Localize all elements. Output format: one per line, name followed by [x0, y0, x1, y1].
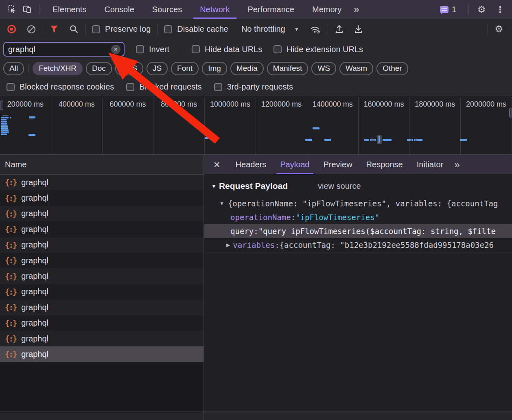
- filter-chip-wasm[interactable]: Wasm: [339, 62, 373, 75]
- waterfall-bar[interactable]: [1, 121, 7, 122]
- waterfall-bar[interactable]: [305, 139, 312, 141]
- waterfall-bar[interactable]: [1, 123, 7, 125]
- hide-extension-urls-checkbox[interactable]: [274, 45, 282, 53]
- invert-checkbox-group[interactable]: Invert: [136, 45, 169, 54]
- preserve-log-checkbox-group[interactable]: Preserve log: [92, 24, 151, 34]
- waterfall-bar[interactable]: [407, 139, 411, 141]
- waterfall-bar[interactable]: [416, 139, 422, 141]
- waterfall-bar[interactable]: [313, 127, 319, 129]
- panel-split-divider[interactable]: [203, 155, 204, 420]
- payload-root-row[interactable]: ▼ {operationName: "ipFlowTimeseries", va…: [204, 197, 512, 210]
- detail-tab-initiator[interactable]: Initiator: [410, 155, 451, 174]
- waterfall-bar[interactable]: [364, 139, 369, 141]
- filter-icon[interactable]: [50, 25, 59, 33]
- waterfall-bar[interactable]: [1, 125, 8, 127]
- request-row[interactable]: {:}graphql: [0, 268, 203, 284]
- clear-filter-icon[interactable]: ✕: [111, 45, 120, 54]
- request-row[interactable]: {:}graphql: [0, 315, 203, 331]
- request-row[interactable]: {:}graphql: [0, 206, 203, 221]
- tab-console[interactable]: Console: [95, 0, 143, 19]
- waterfall-bar[interactable]: [460, 139, 467, 141]
- filter-input[interactable]: [8, 45, 111, 54]
- tab-performance[interactable]: Performance: [239, 0, 304, 19]
- clear-network-log-button[interactable]: [26, 24, 36, 34]
- request-row[interactable]: {:}graphql: [0, 221, 203, 237]
- payload-query-row-selected[interactable]: query: "query ipFlowTimeseries($accountT…: [204, 224, 512, 238]
- more-tabs-icon[interactable]: »: [350, 0, 362, 19]
- throttling-dropdown[interactable]: No throttling ▼: [241, 24, 299, 34]
- blocked-response-cookies-checkbox-group[interactable]: Blocked response cookies: [7, 82, 114, 92]
- network-conditions-icon[interactable]: [310, 24, 321, 34]
- filter-chip-manifest[interactable]: Manifest: [267, 62, 309, 75]
- issues-button[interactable]: 1: [440, 5, 456, 14]
- waterfall-bar[interactable]: [2, 115, 9, 116]
- kebab-menu-icon[interactable]: ⋮: [493, 4, 507, 15]
- disable-cache-checkbox[interactable]: [164, 25, 172, 33]
- name-column-header[interactable]: Name: [0, 155, 203, 175]
- expand-triangle-icon[interactable]: ▼: [219, 201, 224, 206]
- request-row[interactable]: {:}graphql: [0, 300, 203, 315]
- request-row[interactable]: {:}graphql: [0, 237, 203, 253]
- request-row[interactable]: {:}graphql: [0, 190, 203, 206]
- waterfall-bar[interactable]: [1, 127, 8, 129]
- disable-cache-checkbox-group[interactable]: Disable cache: [164, 24, 228, 34]
- 3rd-party-requests-checkbox[interactable]: [214, 83, 222, 91]
- request-row[interactable]: {:}graphql: [0, 346, 203, 362]
- request-row[interactable]: {:}graphql: [0, 253, 203, 268]
- waterfall-bar[interactable]: [411, 139, 413, 141]
- waterfall-bar[interactable]: [324, 139, 331, 141]
- waterfall-bar[interactable]: [414, 139, 416, 141]
- detail-tab-headers[interactable]: Headers: [229, 155, 274, 174]
- device-toolbar-icon[interactable]: [20, 2, 34, 16]
- record-network-log-button[interactable]: [7, 25, 16, 33]
- timeline-scroll-grip[interactable]: [509, 108, 512, 118]
- payload-variables-row[interactable]: ▶ variables: {accountTag: "b12e3b2192ee5…: [204, 238, 512, 252]
- waterfall-bar[interactable]: [205, 137, 214, 139]
- more-detail-tabs-icon[interactable]: »: [450, 155, 464, 174]
- inspect-element-icon[interactable]: [5, 2, 19, 16]
- filter-chip-ws[interactable]: WS: [311, 62, 336, 75]
- blocked-response-cookies-checkbox[interactable]: [7, 83, 15, 91]
- filter-chip-img[interactable]: Img: [202, 62, 227, 75]
- waterfall-bar[interactable]: [379, 136, 380, 143]
- hide-data-urls-checkbox[interactable]: [192, 45, 200, 53]
- tab-elements[interactable]: Elements: [44, 0, 95, 19]
- waterfall-bar[interactable]: [1, 131, 9, 133]
- filter-chip-css[interactable]: CSS: [115, 62, 143, 75]
- request-row[interactable]: {:}graphql: [0, 284, 203, 300]
- blocked-requests-checkbox[interactable]: [126, 83, 134, 91]
- expand-triangle-icon[interactable]: ▶: [226, 242, 230, 248]
- waterfall-bar[interactable]: [1, 129, 9, 131]
- waterfall-bar[interactable]: [370, 139, 372, 141]
- invert-checkbox[interactable]: [136, 45, 144, 53]
- filter-chip-all[interactable]: All: [3, 62, 24, 75]
- hide-data-urls-checkbox-group[interactable]: Hide data URLs: [192, 45, 262, 54]
- waterfall-bar[interactable]: [1, 117, 9, 118]
- payload-operation-name-row[interactable]: operationName: "ipFlowTimeseries": [204, 210, 512, 224]
- export-har-icon[interactable]: [354, 24, 363, 34]
- tab-network[interactable]: Network: [191, 0, 238, 19]
- request-row[interactable]: {:}graphql: [0, 175, 203, 190]
- waterfall-bar[interactable]: [383, 139, 392, 141]
- preserve-log-checkbox[interactable]: [92, 25, 100, 33]
- close-details-icon[interactable]: ✕: [204, 155, 229, 174]
- detail-tab-payload[interactable]: Payload: [273, 155, 316, 174]
- filter-chip-fetch-xhr[interactable]: Fetch/XHR: [33, 62, 83, 75]
- detail-tab-response[interactable]: Response: [359, 155, 410, 174]
- waterfall-bar[interactable]: [10, 117, 11, 118]
- tab-memory[interactable]: Memory: [303, 0, 350, 19]
- filter-chip-js[interactable]: JS: [147, 62, 168, 75]
- waterfall-bar[interactable]: [1, 119, 7, 120]
- filter-chip-other[interactable]: Other: [376, 62, 408, 75]
- waterfall-bar[interactable]: [29, 116, 35, 118]
- waterfall-bar[interactable]: [374, 139, 376, 141]
- network-settings-gear-icon[interactable]: ⚙: [494, 24, 503, 34]
- filter-chip-doc[interactable]: Doc: [86, 62, 112, 75]
- blocked-requests-checkbox-group[interactable]: Blocked requests: [126, 82, 201, 92]
- request-row[interactable]: {:}graphql: [0, 331, 203, 346]
- search-icon[interactable]: [69, 24, 79, 34]
- waterfall-bar[interactable]: [28, 134, 35, 136]
- waterfall-bar[interactable]: [1, 133, 7, 135]
- tab-sources[interactable]: Sources: [143, 0, 191, 19]
- network-overview-timeline[interactable]: 200000 ms400000 ms600000 ms800000 ms1000…: [0, 96, 512, 155]
